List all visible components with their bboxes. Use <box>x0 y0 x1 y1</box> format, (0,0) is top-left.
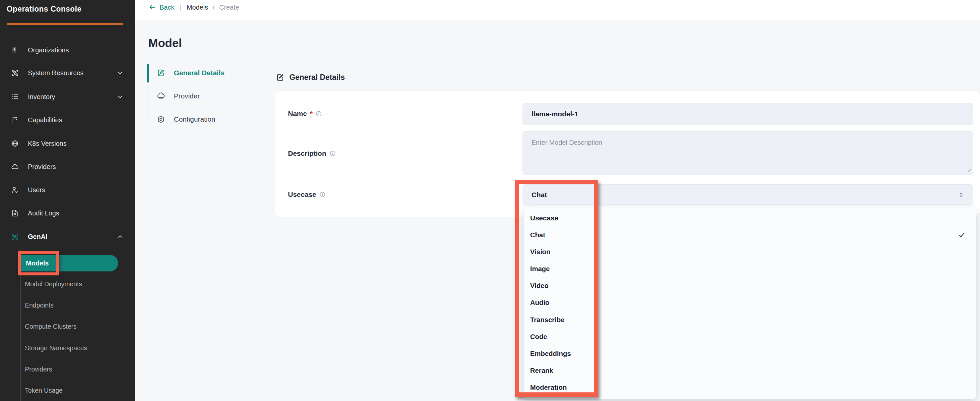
option-label: Transcribe <box>530 316 565 324</box>
sidebar-item-organizations[interactable]: Organizations <box>0 42 135 58</box>
screen: Operations Console Organizations System … <box>0 0 980 401</box>
description-label: Description <box>288 149 336 157</box>
sidebar-subitem-compute-clusters[interactable]: Compute Clusters <box>25 320 76 333</box>
sidebar-subitem-label: Compute Clusters <box>25 323 76 330</box>
sidebar: Operations Console Organizations System … <box>0 0 135 401</box>
step-provider[interactable]: Provider <box>157 89 200 103</box>
sidebar-item-system-resources[interactable]: System Resources <box>0 65 135 81</box>
dropdown-option-vision[interactable]: Vision <box>524 243 976 260</box>
breadcrumb-slash: / <box>213 4 215 11</box>
sidebar-subitem-endpoints[interactable]: Endpoints <box>25 299 54 312</box>
sidebar-item-label: GenAI <box>28 233 48 241</box>
dropdown-option-chat[interactable]: Chat <box>524 227 976 243</box>
breadcrumb-separator: | <box>180 4 181 11</box>
breadcrumb-models-link[interactable]: Models <box>187 4 208 11</box>
sidebar-item-genai[interactable]: GenAI <box>0 229 135 244</box>
sidebar-item-providers[interactable]: Providers <box>0 159 135 174</box>
sidebar-subitem-models[interactable]: Models <box>21 255 118 271</box>
info-icon[interactable] <box>319 191 326 198</box>
sidebar-subitem-providers[interactable]: Providers <box>25 363 52 376</box>
dropdown-option-rerank[interactable]: Rerank <box>524 362 976 379</box>
usecase-dropdown: Usecase Chat Vision Image Video Audio Tr… <box>523 207 976 399</box>
check-icon <box>958 231 966 239</box>
name-input[interactable] <box>522 103 973 125</box>
sidebar-subitem-label: Storage Namespaces <box>25 344 87 352</box>
sidebar-item-label: K8s Versions <box>28 140 67 147</box>
option-label: Embeddings <box>530 350 571 358</box>
sidebar-subitem-label: Model Deployments <box>25 281 82 288</box>
cloud-icon <box>11 163 19 171</box>
option-label: Code <box>530 333 547 341</box>
page-title: Model <box>148 36 182 50</box>
option-label: Rerank <box>530 366 554 374</box>
sidebar-item-label: Capabilities <box>28 116 62 124</box>
dropdown-option-audio[interactable]: Audio <box>524 294 976 311</box>
dropdown-header: Usecase <box>524 210 976 227</box>
option-label: Chat <box>530 231 546 239</box>
sidebar-item-label: Audit Logs <box>28 209 59 217</box>
step-label: General Details <box>174 69 224 77</box>
scan-icon <box>11 69 19 77</box>
list-icon <box>11 93 19 101</box>
sidebar-subitem-label: Endpoints <box>25 301 54 309</box>
step-configuration[interactable]: Configuration <box>157 112 215 127</box>
info-icon[interactable] <box>315 110 322 117</box>
breadcrumb-current: Create <box>219 4 239 11</box>
sidebar-item-audit-logs[interactable]: Audit Logs <box>0 205 135 221</box>
sidebar-item-inventory[interactable]: Inventory <box>0 89 135 105</box>
info-icon[interactable] <box>329 150 336 157</box>
flag-icon <box>11 116 19 124</box>
label-text: Description <box>288 149 326 157</box>
sidebar-item-label: Inventory <box>28 93 55 101</box>
user-check-icon <box>11 186 19 194</box>
settings-hex-icon <box>157 115 165 124</box>
dropdown-option-code[interactable]: Code <box>524 328 976 345</box>
usecase-label: Usecase <box>288 190 326 198</box>
section-title: General Details <box>289 73 345 82</box>
sidebar-subitem-label: Models <box>26 260 49 267</box>
select-spinner-icon <box>958 191 965 198</box>
sidebar-subitem-model-deployments[interactable]: Model Deployments <box>25 277 82 291</box>
sidebar-item-label: Providers <box>28 163 56 171</box>
label-text: Usecase <box>288 190 316 198</box>
name-label: Name * <box>288 110 322 118</box>
step-track <box>148 83 148 124</box>
option-label: Moderation <box>530 384 566 391</box>
sidebar-item-label: System Resources <box>28 69 84 77</box>
sidebar-subitem-storage-namespaces[interactable]: Storage Namespaces <box>25 341 87 355</box>
chevron-down-icon <box>116 93 124 100</box>
chevron-up-icon <box>116 233 124 240</box>
sidebar-item-users[interactable]: Users <box>0 182 135 198</box>
genai-scan-icon <box>11 233 19 241</box>
submenu-indent-line <box>20 249 21 401</box>
required-asterisk: * <box>310 110 312 118</box>
sidebar-item-k8s-versions[interactable]: K8s Versions <box>0 136 135 151</box>
sidebar-subitem-label: Token Usage <box>25 387 63 395</box>
step-track-active <box>147 63 149 82</box>
chevron-down-icon <box>116 69 124 76</box>
doc-edit-icon <box>276 73 285 82</box>
usecase-selected-value: Chat <box>531 191 547 199</box>
sidebar-subitem-token-usage[interactable]: Token Usage <box>25 384 63 397</box>
dropdown-option-embeddings[interactable]: Embeddings <box>524 345 976 362</box>
option-label: Audio <box>530 299 549 307</box>
back-arrow-icon[interactable] <box>148 3 156 11</box>
step-label: Configuration <box>174 115 215 123</box>
usecase-select[interactable]: Chat <box>522 184 973 206</box>
step-general-details[interactable]: General Details <box>157 66 224 80</box>
label-text: Name <box>288 110 307 118</box>
dropdown-option-transcribe[interactable]: Transcribe <box>524 311 976 328</box>
description-textarea[interactable] <box>522 131 973 175</box>
topbar <box>135 0 980 20</box>
resize-handle-icon[interactable] <box>965 166 971 172</box>
dropdown-option-video[interactable]: Video <box>524 277 976 294</box>
file-icon <box>11 209 19 217</box>
globe-icon <box>11 139 19 147</box>
sidebar-item-label: Users <box>28 186 45 194</box>
breadcrumb-back-link[interactable]: Back <box>159 4 174 11</box>
dropdown-option-moderation[interactable]: Moderation <box>524 379 976 396</box>
sidebar-item-capabilities[interactable]: Capabilities <box>0 112 135 128</box>
dropdown-option-image[interactable]: Image <box>524 260 976 277</box>
cloud-icon <box>157 92 165 100</box>
section-header: General Details <box>276 73 345 82</box>
